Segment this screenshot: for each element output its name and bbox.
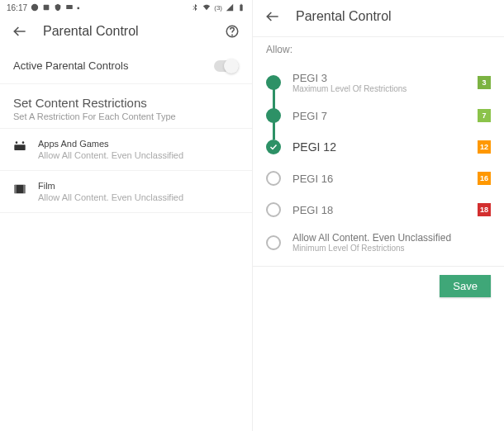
- section-subtitle: Set A Restriction For Each Content Type: [13, 111, 239, 121]
- rating-label: PEGI 12: [292, 140, 466, 154]
- pegi-badge-18: 18: [478, 203, 491, 216]
- radio-empty-icon: [266, 235, 281, 250]
- film-label: Film: [38, 181, 239, 191]
- film-icon: [13, 182, 26, 194]
- apps-games-row[interactable]: Apps And Games Allow All Content. Even U…: [0, 129, 252, 171]
- right-screen: Parental Control Allow: PEGI 3 Maximum L…: [252, 0, 504, 431]
- svg-rect-12: [23, 185, 26, 194]
- film-sub: Allow All Content. Even Unclassified: [38, 192, 239, 202]
- active-controls-row: Active Parental Controls: [0, 48, 252, 84]
- app-icon: [42, 3, 50, 12]
- svg-rect-2: [66, 5, 73, 9]
- save-button[interactable]: Save: [440, 275, 491, 297]
- help-button[interactable]: [224, 23, 240, 40]
- rating-label: PEGI 18: [292, 204, 466, 216]
- shield-icon: [54, 3, 62, 12]
- svg-point-0: [31, 4, 38, 11]
- apps-label: Apps And Games: [38, 139, 239, 149]
- svg-point-9: [22, 141, 25, 144]
- radio-checked-icon: [266, 140, 281, 154]
- pegi-badge-16: 16: [478, 172, 491, 185]
- radio-empty-icon: [266, 202, 281, 217]
- left-screen: 16:17 ▪ (3): [0, 0, 252, 431]
- rating-pegi12[interactable]: PEGI 12 12: [253, 131, 504, 163]
- rating-label: PEGI 16: [292, 173, 466, 185]
- svg-rect-4: [240, 4, 242, 5]
- svg-rect-7: [14, 144, 25, 150]
- film-row[interactable]: Film Allow All Content. Even Unclassifie…: [0, 171, 252, 213]
- page-title: Parental Control: [43, 24, 209, 39]
- svg-point-8: [16, 141, 18, 144]
- battery-icon: [237, 3, 245, 12]
- pegi-badge-12: 12: [478, 140, 491, 154]
- rating-sub: Maximum Level Of Restrictions: [292, 84, 466, 93]
- status-bar: 16:17 ▪ (3): [0, 0, 252, 15]
- rating-label: PEGI 3: [292, 72, 466, 84]
- svg-rect-3: [240, 5, 242, 12]
- save-row: Save: [253, 267, 504, 305]
- restrictions-section: Set Content Restrictions Set A Restricti…: [0, 84, 252, 129]
- page-title-right: Parental Control: [296, 9, 492, 24]
- bluetooth-icon: [191, 3, 199, 12]
- radio-filled-icon: [266, 108, 281, 123]
- allow-label: Allow:: [253, 37, 504, 62]
- rating-allow-all[interactable]: Allow All Content. Even Unclassified Min…: [253, 225, 504, 259]
- rating-sub: Minimum Level Of Restrictions: [292, 244, 491, 253]
- section-title: Set Content Restrictions: [13, 96, 239, 110]
- signal-icon: [226, 3, 234, 12]
- svg-rect-1: [44, 5, 50, 11]
- svg-point-6: [232, 35, 233, 36]
- rating-label: PEGI 7: [292, 110, 466, 122]
- pegi-badge-7: 7: [478, 109, 491, 122]
- rating-pegi7[interactable]: PEGI 7 7: [253, 100, 504, 131]
- apps-sub: Allow All Content. Even Unclassified: [38, 150, 239, 160]
- active-controls-toggle[interactable]: [214, 60, 239, 72]
- status-time: 16:17: [7, 3, 27, 12]
- rating-pegi16[interactable]: PEGI 16 16: [253, 163, 504, 194]
- pegi-badge-3: 3: [478, 76, 491, 89]
- toggle-label: Active Parental Controls: [13, 59, 128, 72]
- svg-rect-11: [14, 185, 17, 194]
- rating-label: Allow All Content. Even Unclassified: [292, 232, 491, 244]
- rating-list: PEGI 3 Maximum Level Of Restrictions 3 P…: [253, 62, 504, 263]
- more-icon: ▪: [77, 3, 80, 12]
- radio-empty-icon: [266, 171, 281, 186]
- apps-icon: [13, 140, 26, 152]
- spotify-icon: [31, 3, 39, 12]
- rating-pegi3[interactable]: PEGI 3 Maximum Level Of Restrictions 3: [253, 65, 504, 100]
- rating-pegi18[interactable]: PEGI 18 18: [253, 194, 504, 225]
- wifi-icon: [202, 3, 211, 12]
- back-button-right[interactable]: [264, 8, 281, 25]
- header-right: Parental Control: [253, 0, 504, 33]
- message-icon: [65, 3, 74, 12]
- back-button[interactable]: [12, 23, 28, 40]
- header: Parental Control: [0, 15, 252, 48]
- signal-count: (3): [214, 4, 222, 12]
- radio-filled-icon: [266, 75, 281, 90]
